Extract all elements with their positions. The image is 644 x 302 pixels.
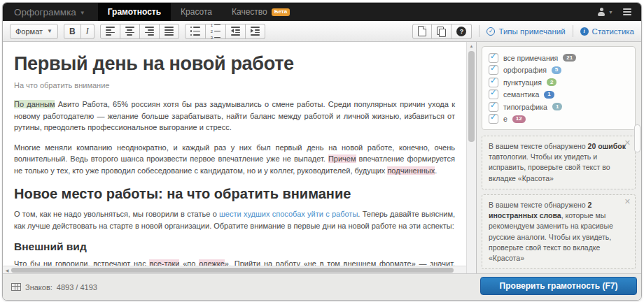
align-right-icon (145, 27, 154, 35)
paragraph: По данным Авито Работа, 65% россиян хотя… (14, 99, 455, 134)
close-icon[interactable]: ✕ (624, 139, 631, 147)
filter-е[interactable]: е12 (489, 113, 629, 126)
scroll-up-arrow-icon[interactable]: ▲ (467, 42, 476, 50)
count-badge: 2 (547, 78, 556, 86)
toolbar-separator (479, 25, 479, 37)
count-badge: 1 (552, 103, 562, 110)
filter-label: семантика (503, 90, 539, 99)
count-badge: 21 (563, 54, 576, 62)
align-justify-icon (164, 27, 174, 35)
highlighted-text: подчиненных (387, 166, 435, 175)
app-window: Орфограммка ▼ ГрамотностьКрасотаКачество… (2, 2, 642, 301)
status-bar: Знаков: 4893 / 4193 (3, 274, 476, 300)
highlighted-text: Причем (328, 154, 356, 163)
format-dropdown-label: Формат (15, 27, 43, 36)
screenshot: Орфограммка ▼ ГрамотностьКрасотаКачество… (0, 0, 644, 302)
filter-орфография[interactable]: орфография5 (489, 64, 629, 77)
filter-типографика[interactable]: типографика1 (489, 101, 629, 113)
editor-vertical-scrollbar[interactable]: ▲ (466, 42, 476, 273)
chevron-down-icon: ▼ (47, 28, 52, 34)
count-badge: 12 (512, 115, 526, 123)
text-run: Что бы ни говорили, встречают нас (14, 259, 149, 266)
document-editor[interactable]: Первый день на новой работеНа что обрати… (3, 42, 466, 266)
align-left-button[interactable] (100, 24, 120, 39)
top-navigation-bar: Орфограммка ▼ ГрамотностьКрасотаКачество… (3, 3, 641, 21)
outdent-button[interactable] (226, 24, 246, 39)
numbered-list-icon: 1 2 3 (211, 23, 220, 40)
topbar-right-controls: ▼ (597, 3, 641, 21)
editor-toolbar: Формат ▼ B I 1 2 (3, 21, 641, 42)
annotation-types-button[interactable]: ✓ Типы примечаний (486, 27, 565, 36)
filter-все-примечания[interactable]: все примечания21 (489, 52, 629, 64)
tab-label: Красота (181, 7, 212, 17)
align-justify-button[interactable] (160, 24, 179, 39)
close-icon[interactable]: ✕ (624, 198, 631, 206)
card-text: 20 ошибок (588, 142, 626, 150)
checkbox-checked[interactable] (489, 114, 498, 124)
editor-column: Первый день на новой работеНа что обрати… (3, 42, 466, 273)
tab-Качество[interactable]: КачествоБета (222, 3, 300, 21)
filter-label: все примечания (503, 54, 558, 62)
beta-badge: Бета (272, 8, 290, 16)
notice-card: ✕В вашем тексте обнаружено 2 иностранных… (482, 194, 636, 269)
main-area: Первый день на новой работеНа что обрати… (3, 42, 641, 273)
align-right-button[interactable] (140, 24, 160, 39)
align-center-icon (125, 27, 134, 35)
app-logo-menu[interactable]: Орфограммка ▼ (3, 3, 98, 21)
char-count-label: Знаков: (25, 283, 52, 292)
align-left-icon (106, 27, 115, 35)
numbered-list-button[interactable]: 1 2 3 (206, 24, 226, 39)
filter-пунктуация[interactable]: пунктуация2 (489, 76, 629, 89)
bold-button[interactable]: B (64, 24, 81, 39)
new-document-button[interactable] (412, 24, 432, 39)
toolbar-right: ? ✓ Типы примечаний i Статистика (412, 24, 634, 39)
tab-Красота[interactable]: Красота (171, 3, 222, 21)
horizontal-scroll-thumb[interactable] (11, 268, 454, 273)
document-title: Первый день на новой работе (14, 53, 455, 75)
filter-label: орфография (503, 66, 547, 74)
paragraph: Что бы ни говорили, встречают нас все-та… (14, 258, 455, 266)
checkbox-checked[interactable] (489, 65, 498, 75)
filter-семантика[interactable]: семантика1 (489, 89, 629, 101)
filter-label: типографика (503, 103, 547, 111)
text-run: О том, как не надо увольняться, мы говор… (14, 210, 219, 218)
checkbox-checked[interactable] (489, 89, 498, 99)
card-text: В вашем тексте обнаружено (489, 201, 588, 209)
vertical-scroll-thumb[interactable] (468, 51, 475, 142)
copy-icon (437, 27, 446, 36)
document-actions-group: ? (412, 24, 472, 39)
annotation-cards: ✕В вашем тексте обнаружено 20 ошибок тав… (482, 136, 636, 273)
statistics-button[interactable]: i Статистика (580, 27, 634, 36)
help-button[interactable]: ? (451, 24, 472, 39)
bullet-list-icon (190, 27, 200, 36)
highlighted-text: все-таки (149, 259, 179, 266)
indent-icon (251, 27, 260, 35)
chevron-down-icon: ▼ (80, 10, 85, 16)
count-badge: 1 (544, 91, 554, 99)
format-dropdown[interactable]: Формат ▼ (10, 24, 58, 39)
bullet-list-button[interactable] (185, 24, 206, 39)
annotation-filters-card: все примечания21орфография5пунктуация2се… (482, 46, 636, 130)
editor-horizontal-scrollbar[interactable]: ◀ (3, 266, 466, 273)
scroll-left-arrow-icon[interactable]: ◀ (3, 266, 11, 273)
tab-Грамотность[interactable]: Грамотность (98, 3, 171, 21)
check-button-area: Проверить грамотность (F7) (476, 274, 641, 300)
check-grammar-button[interactable]: Проверить грамотность (F7) (480, 277, 637, 295)
indent-button[interactable] (246, 24, 265, 39)
checkbox-checked[interactable] (489, 53, 498, 63)
inline-link[interactable]: шести худших способах уйти с работы (219, 210, 358, 218)
document-subtitle: На что обратить внимание (14, 81, 455, 89)
text-run: . (435, 166, 437, 175)
annotations-panel: все примечания21орфография5пунктуация2се… (476, 42, 641, 273)
user-menu[interactable]: ▼ (597, 8, 613, 16)
italic-button[interactable]: I (81, 24, 94, 39)
checkbox-checked[interactable] (489, 78, 498, 87)
copy-document-button[interactable] (432, 24, 451, 39)
section-heading: Новое место работы: на что обратить вним… (14, 186, 455, 202)
panel-scroll-thumb[interactable] (634, 124, 640, 152)
align-center-button[interactable] (120, 24, 140, 39)
app-logo-label: Орфограммка (14, 7, 76, 17)
hamburger-menu-icon[interactable] (623, 8, 631, 15)
checkbox-checked[interactable] (489, 102, 498, 112)
list-indent-group: 1 2 3 (185, 24, 265, 39)
